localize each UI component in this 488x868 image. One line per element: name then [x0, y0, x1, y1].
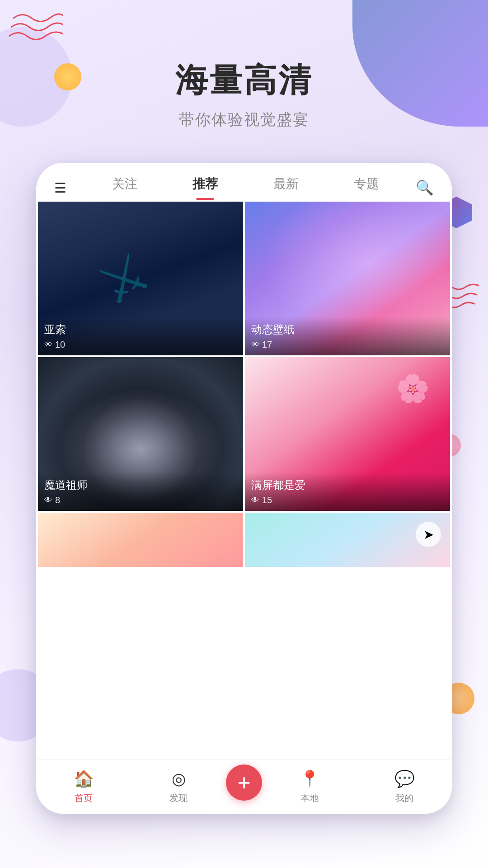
grid-item-4[interactable]: 满屏都是爱 👁 15 [245, 357, 450, 511]
grid-item-1-view-count: 10 [55, 340, 65, 350]
grid-item-1-overlay: 亚索 👁 10 [38, 317, 243, 355]
grid-item-5[interactable] [38, 513, 243, 567]
grid-item-3-views: 👁 8 [44, 495, 237, 505]
nav-label-local: 本地 [300, 792, 319, 804]
grid-item-2-title: 动态壁纸 [251, 322, 444, 337]
grid-item-4-views: 👁 15 [251, 495, 444, 505]
add-button[interactable]: + [226, 764, 262, 801]
grid-item-6[interactable]: ➤ [245, 513, 450, 567]
compass-icon[interactable]: ➤ [416, 522, 441, 547]
grid-item-4-title: 满屏都是爱 [251, 478, 444, 492]
nav-item-local[interactable]: 📍 本地 [262, 769, 357, 804]
tab-follow[interactable]: 关注 [84, 175, 165, 200]
grid-item-4-view-count: 15 [262, 495, 272, 505]
grid-item-2-view-count: 17 [262, 340, 272, 350]
grid-item-2-overlay: 动态壁纸 👁 17 [245, 317, 450, 355]
nav-item-discover[interactable]: ◎ 发现 [131, 769, 226, 804]
image-grid: 亚索 👁 10 动态壁纸 👁 17 魔道祖师 [36, 202, 452, 567]
grid-item-3-title: 魔道祖师 [44, 478, 237, 492]
search-icon[interactable]: 🔍 [407, 179, 434, 196]
eye-icon-4: 👁 [251, 495, 259, 505]
hero-title: 海量高清 [0, 59, 488, 102]
home-icon: 🏠 [74, 769, 94, 788]
nav-item-home[interactable]: 🏠 首页 [36, 769, 131, 804]
hamburger-icon[interactable]: ☰ [54, 180, 66, 196]
grid-item-4-overlay: 满屏都是爱 👁 15 [245, 472, 450, 511]
grid-item-2[interactable]: 动态壁纸 👁 17 [245, 202, 450, 355]
hero-subtitle: 带你体验视觉盛宴 [0, 109, 488, 130]
mine-icon: 💬 [394, 769, 415, 788]
grid-item-2-views: 👁 17 [251, 340, 444, 350]
grid-item-1-views: 👁 10 [44, 340, 237, 350]
bottom-nav: 🏠 首页 ◎ 发现 + 📍 本地 💬 我的 [36, 760, 452, 814]
eye-icon: 👁 [44, 340, 52, 349]
wave-top-icon [9, 9, 63, 45]
grid-item-1-title: 亚索 [44, 322, 237, 337]
eye-icon-3: 👁 [44, 495, 52, 505]
phone-mockup: ☰ 关注 推荐 最新 专题 🔍 亚索 👁 10 动态壁纸 👁 [36, 163, 452, 814]
hero-section: 海量高清 带你体验视觉盛宴 [0, 59, 488, 130]
nav-label-home: 首页 [75, 792, 93, 804]
nav-tabs: ☰ 关注 推荐 最新 专题 🔍 [36, 163, 452, 200]
nav-label-discover: 发现 [169, 792, 188, 804]
tab-recommend[interactable]: 推荐 [165, 175, 245, 200]
nav-label-mine: 我的 [395, 792, 413, 804]
nav-item-mine[interactable]: 💬 我的 [357, 769, 452, 804]
grid-item-3-overlay: 魔道祖师 👁 8 [38, 472, 243, 511]
discover-icon: ◎ [172, 769, 186, 788]
grid-item-3-view-count: 8 [55, 495, 60, 505]
tab-latest[interactable]: 最新 [246, 175, 326, 200]
tab-topic[interactable]: 专题 [326, 175, 407, 200]
eye-icon-2: 👁 [251, 340, 259, 349]
grid-item-1[interactable]: 亚索 👁 10 [38, 202, 243, 355]
grid-item-3[interactable]: 魔道祖师 👁 8 [38, 357, 243, 511]
local-icon: 📍 [300, 769, 320, 788]
